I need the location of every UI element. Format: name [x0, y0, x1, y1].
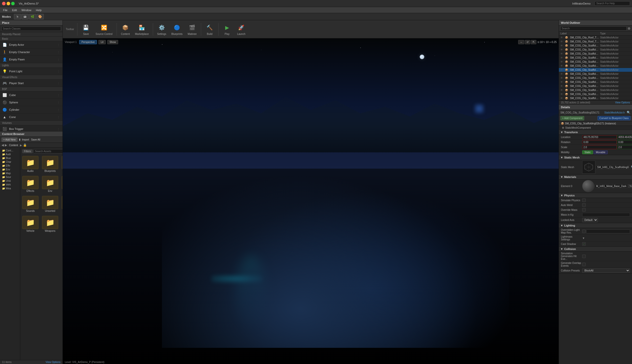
materials-section-header[interactable]: ▼ Materials — [559, 175, 632, 179]
cb-tree-item-sounds[interactable]: 📁 Sour — [1, 175, 19, 179]
wo-item-3[interactable]: 👁 📦 SM_COG_City_Scaffolding02b458 Static… — [559, 48, 632, 52]
wo-item-1[interactable]: 👁 📦 SM_COG_City_Roof_Trim_VarB_Middle420… — [559, 40, 632, 44]
collision-presets-select[interactable]: BlockAll — [582, 268, 630, 273]
wo-eye-5[interactable]: 👁 — [560, 56, 564, 59]
filters-button[interactable]: Filters — [22, 149, 33, 153]
auto-weld-checkbox[interactable] — [582, 203, 586, 207]
cb-back-btn[interactable]: ◀ — [2, 143, 4, 147]
cb-tree-item-content[interactable]: 📁 Cont... — [1, 149, 19, 152]
wo-eye-9[interactable]: 👁 — [560, 73, 564, 75]
wo-eye-8[interactable]: 👁 — [560, 69, 564, 71]
place-item-cube[interactable]: ⬜ Cube ⋮ — [0, 92, 62, 99]
textures-dropdown[interactable]: Textures ▾ — [628, 184, 632, 188]
cb-tree-item-effects[interactable]: 📁 Effe — [1, 164, 19, 168]
cb-tree-item-weapons[interactable]: 📁 Wea — [1, 187, 19, 190]
wo-eye-4[interactable]: 👁 — [560, 52, 564, 55]
drag-box-trigger[interactable]: ⋮ — [56, 127, 60, 131]
collision-section-header[interactable]: ▼ Collision — [559, 247, 632, 252]
cb-tree-item-unsorted[interactable]: 📁 Unsi — [1, 179, 19, 183]
wo-eye-12[interactable]: 👁 — [560, 85, 564, 87]
wo-item-11[interactable]: 👁 📦 SM_COG_City_Scaffolding02b197 Static… — [559, 80, 632, 84]
menu-file[interactable]: File — [1, 8, 10, 12]
toolbar-matinee[interactable]: 🎬 Matinee — [186, 22, 199, 36]
wo-item-10[interactable]: 👁 📦 SM_COG_City_Scaffolding02b173 Static… — [559, 76, 632, 80]
wo-eye-2[interactable]: 👁 — [560, 44, 564, 47]
asset-blueprints[interactable]: 📁 Blueprints — [41, 155, 59, 173]
lightmap-res-field[interactable] — [586, 230, 630, 233]
wo-item-7[interactable]: 👁 📦 SM_COG_City_Scaffolding02b170 Static… — [559, 64, 632, 68]
asset-weapons[interactable]: 📁 Weapons — [41, 215, 59, 233]
generate-overlap-checkbox[interactable] — [582, 263, 586, 266]
close-button[interactable] — [2, 2, 6, 5]
static-button[interactable]: Static — [582, 150, 593, 154]
mass-field[interactable] — [582, 213, 630, 217]
wo-eye-3[interactable]: 👁 — [560, 48, 564, 51]
drag-cube[interactable]: ⋮ — [56, 93, 60, 97]
drag-cylinder[interactable]: ⋮ — [56, 108, 60, 112]
dp-search-icon[interactable]: 🔍 — [627, 111, 630, 114]
wo-item-8[interactable]: 👁 📦 SM_COG_City_Scaffolding02b171 Static… — [559, 68, 632, 72]
wo-item-12[interactable]: 👁 📦 SM_COG_City_Scaffolding02b198 Static… — [559, 84, 632, 88]
drag-point-light[interactable]: ⋮ — [56, 69, 60, 73]
add-new-button[interactable]: + Add New — [2, 138, 17, 142]
asset-effects[interactable]: 📁 Effects — [21, 175, 39, 193]
wo-eye-7[interactable]: 👁 — [560, 64, 564, 67]
wo-eye-0[interactable]: 👁 — [560, 36, 564, 39]
wo-eye-11[interactable]: 👁 — [560, 81, 564, 83]
minimize-button[interactable] — [7, 2, 10, 5]
drag-cone[interactable]: ⋮ — [56, 115, 60, 119]
cb-tree-item-maps[interactable]: 📁 Map — [1, 171, 19, 175]
cb-tree-item-env[interactable]: 📁 Env — [1, 168, 19, 171]
sm-name-field[interactable] — [596, 165, 630, 169]
convert-blueprint-button[interactable]: Convert to Blueprint Class — [598, 116, 630, 120]
lightmass-expand[interactable]: ▼ — [582, 237, 585, 240]
locked-axis-select[interactable]: Default — [582, 218, 598, 222]
vp-scale-btn[interactable]: ⇱ — [531, 40, 536, 44]
override-mass-checkbox[interactable] — [582, 208, 586, 212]
place-item-player-start[interactable]: 🎮 Player Start ⋮ — [0, 80, 62, 87]
asset-vehicle[interactable]: 📁 Vehicle — [61, 195, 62, 213]
drag-actor[interactable]: ⋮ — [56, 43, 60, 47]
drag-player-start[interactable]: ⋮ — [56, 81, 60, 85]
wo-settings-icon[interactable]: ⚙ — [628, 27, 630, 30]
import-label[interactable]: Import — [22, 138, 29, 141]
drag-character[interactable]: ⋮ — [56, 50, 60, 54]
mode-foliage[interactable]: 🌿 — [29, 14, 36, 19]
asset-character[interactable]: 📁 Character — [61, 155, 62, 173]
wo-eye-1[interactable]: 👁 — [560, 40, 564, 43]
menu-help[interactable]: Help — [34, 8, 44, 12]
location-y-field[interactable] — [617, 135, 632, 139]
wo-item-14[interactable]: 👁 📦 SM_COG_City_Scaffolding02b200 Static… — [559, 92, 632, 96]
location-x-field[interactable] — [582, 135, 617, 139]
menu-window[interactable]: Window — [19, 8, 33, 12]
movable-button[interactable]: Movable — [594, 150, 608, 154]
mode-paint[interactable]: 🎨 — [37, 14, 44, 19]
toolbar-settings[interactable]: ⚙️ Settings — [155, 22, 168, 36]
asset-vehicle2[interactable]: 📁 Vehicle — [21, 215, 39, 233]
mode-landscape[interactable]: 🏔 — [22, 14, 29, 19]
wo-item-4[interactable]: 👁 📦 SM_COG_City_Scaffolding02b459 Static… — [559, 52, 632, 56]
vp-translate-btn[interactable]: ↔ — [518, 40, 524, 44]
cb-tree-item-blueprints[interactable]: 📁 Blue — [1, 156, 19, 160]
place-item-point-light[interactable]: 💡 Point Light ⋮ — [0, 68, 62, 75]
wo-eye-14[interactable]: 👁 — [560, 93, 564, 96]
wo-view-options[interactable]: View Options — [615, 101, 630, 104]
toolbar-marketplace[interactable]: 🏪 Marketplace — [133, 22, 151, 36]
place-item-cone[interactable]: ▲ Cone ⋮ — [0, 113, 62, 121]
toolbar-source-control[interactable]: 🔀 Source Control — [94, 22, 115, 36]
asset-sounds[interactable]: 📁 Sounds — [21, 195, 39, 213]
wo-item-6[interactable]: 👁 📦 SM_COG_City_Scaffolding02b169 Static… — [559, 60, 632, 64]
wo-item-5[interactable]: 👁 📦 SM_COG_City_Scaffolding02b168 Static… — [559, 56, 632, 60]
sim-generates-checkbox[interactable] — [582, 255, 586, 258]
wo-eye-13[interactable]: 👁 — [560, 89, 564, 92]
cb-view-options[interactable]: View Options — [46, 361, 60, 363]
static-mesh-section-header[interactable]: ▼ Static Mesh — [559, 155, 632, 160]
wo-eye-10[interactable]: 👁 — [560, 77, 564, 79]
asset-unsorted[interactable]: 📁 Unsorted — [41, 195, 59, 213]
wo-search-input[interactable] — [560, 26, 627, 31]
scale-y-field[interactable] — [617, 145, 632, 149]
place-item-sphere[interactable]: ⚫ Sphere ⋮ — [0, 99, 62, 106]
viewport-lit-btn[interactable]: Lit — [98, 40, 106, 44]
asset-maps[interactable]: 📁 Maps — [61, 175, 62, 193]
toolbar-launch[interactable]: 🚀 Launch — [235, 22, 248, 36]
